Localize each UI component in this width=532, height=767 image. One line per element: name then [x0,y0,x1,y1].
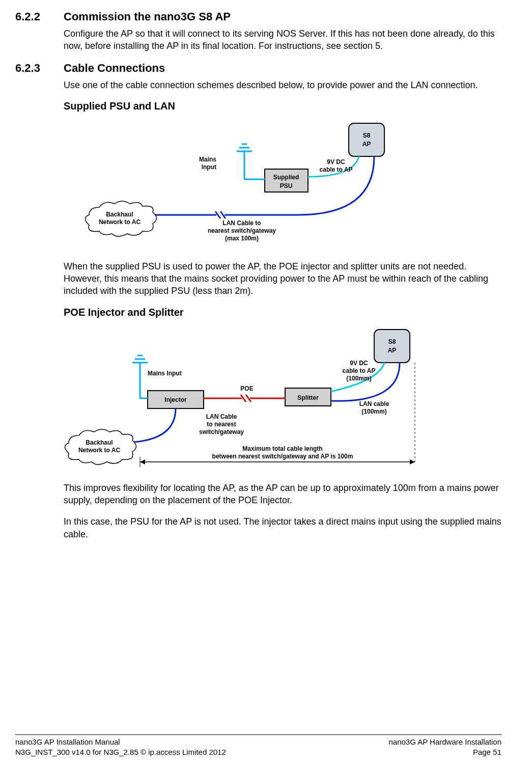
mains-ground-icon [237,144,265,179]
section-title: Commission the nano3G S8 AP [64,10,231,23]
poe-body-1: This improves flexibility for locating t… [64,482,501,507]
backhaul-label-1: Backhaul [106,211,133,218]
section-number: 6.2.2 [15,10,64,23]
poe-label: POE [240,385,253,392]
diagram-supplied-psu: S8 AP Supplied PSU Mains Input 9V DC cab… [64,118,501,253]
lanc-label-1: LAN cable [359,400,389,407]
mains-input-label: Mains Input [148,370,182,377]
section-number: 6.2.3 [15,62,64,75]
psu-label: PSU [280,182,293,189]
supplied-label: Supplied [273,174,299,181]
section-6-2-2-heading: 6.2.2 Commission the nano3G S8 AP [15,10,501,23]
footer-right-1: nano3G AP Hardware Installation [388,737,501,746]
poe-body-2: In this case, the PSU for the AP is not … [64,515,501,540]
mains-ground-icon [132,355,148,398]
ap-label: AP [388,347,397,354]
lanc-label-2: (100mm) [361,408,386,415]
section-title: Cable Connections [64,62,165,75]
s8-ap-box [374,330,410,363]
dc-label-3: (100mm) [346,375,371,382]
s8-ap-box [349,123,384,156]
max-label-2: between nearest switch/gateway and AP is… [212,453,353,460]
lanto-label-1: LAN Cable [206,413,237,420]
footer-right-2: Page 51 [473,748,501,756]
backhaul-label-2: Network to AC [99,218,141,226]
injector-label: Injector [164,396,187,403]
max-label-1: Maximum total cable length [242,445,322,452]
lan-label-1: LAN Cable to [222,220,261,227]
page-footer: nano3G AP Installation Manual N3G_INST_3… [15,734,501,757]
dc-label-1: 9V DC [327,158,345,166]
diagram-poe: S8 AP Injector Splitter Mains Input POE … [64,324,501,475]
dc-label-1: 9V DC [350,360,368,367]
s8-label: S8 [363,132,371,139]
lan-label-3: (max 100m) [225,235,259,242]
lan-label-2: nearest switch/gateway [208,227,276,234]
arrowhead-left-icon [140,459,145,464]
backhaul-label-1: Backhaul [86,439,113,446]
footer-left-1: nano3G AP Installation Manual [15,737,120,746]
lanto-label-3: switch/gateway [199,428,244,435]
footer-left-2: N3G_INST_300 v14.0 for N3G_2.85 © ip.acc… [15,748,226,756]
backhaul-label-2: Network to AC [78,447,121,454]
input-label: Input [202,163,216,171]
subsection-psu-title: Supplied PSU and LAN [64,100,501,112]
dc-label-2: cable to AP [320,166,353,173]
psu-body: When the supplied PSU is used to power t… [64,260,501,297]
section-6-2-3-heading: 6.2.3 Cable Connections [15,62,501,75]
section-6-2-2-body: Configure the AP so that it will connect… [64,28,501,52]
dc-label-2: cable to AP [343,367,376,374]
arrowhead-right-icon [410,459,415,464]
section-6-2-3-body: Use one of the cable connection schemes … [64,79,501,91]
s8-label: S8 [388,338,396,345]
subsection-poe-title: POE Injector and Splitter [64,307,501,318]
lanto-label-2: to nearest [207,421,236,428]
mains-label: Mains [199,156,216,163]
splitter-label: Splitter [297,394,319,401]
ap-label: AP [362,141,371,148]
